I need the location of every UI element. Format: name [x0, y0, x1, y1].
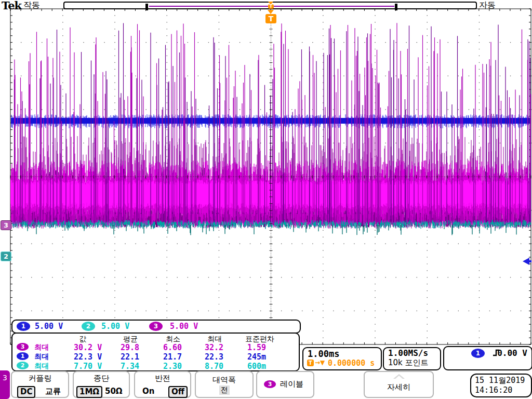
- measurement-mean: 22.1: [121, 352, 139, 362]
- measurement-name: 최대: [34, 343, 49, 352]
- measurement-row-ch2: 2 최대 7.70 V 7.34 2.30 8.70 600m: [12, 362, 299, 371]
- measurement-value: 30.2 V: [74, 343, 102, 352]
- measurement-value: 7.70 V: [74, 362, 102, 371]
- time-value: 14:16:20: [475, 385, 512, 395]
- menu-coupling-title: 커플링: [12, 374, 68, 383]
- measurement-panel: 값 평균 최소 최대 표준편차 3 최대 30.2 V 29.8 6.60 32…: [11, 332, 300, 371]
- measurement-min: 2.30: [163, 362, 182, 371]
- channel-1-scale: 5.00 V: [35, 322, 63, 331]
- channel-2-scale: 5.00 V: [101, 322, 129, 331]
- menu-bandwidth-title: 대역폭: [196, 375, 252, 385]
- measurement-name: 최대: [34, 352, 49, 362]
- channel-2-position-marker[interactable]: 2: [1, 251, 11, 261]
- channel-3-badge: 3: [264, 380, 276, 388]
- trigger-position-badge-small: T: [268, 4, 274, 9]
- invert-on-button[interactable]: On: [141, 386, 155, 397]
- measurement-name: 최대: [34, 362, 49, 371]
- channel-1-badge: 1: [17, 352, 29, 360]
- measurement-max: 8.70: [205, 362, 223, 371]
- channel-1-badge: 1: [17, 322, 30, 331]
- measurement-value: 22.3 V: [74, 352, 102, 362]
- bandwidth-value: 전: [219, 385, 230, 395]
- menu-termination[interactable]: 종단 1MΩ 50Ω: [73, 371, 130, 398]
- channel-2-badge: 2: [82, 322, 95, 331]
- termination-50-button[interactable]: 50Ω: [104, 386, 124, 397]
- window-bracket-right: [395, 4, 397, 10]
- date-value: 15 11월2019: [475, 376, 525, 385]
- trigger-readout: 1 0.00 V: [443, 346, 532, 370]
- measurement-min: 6.60: [163, 343, 182, 352]
- channel-scale-bar: 1 5.00 V 2 5.00 V 3 5.00 V: [11, 320, 301, 334]
- coupling-dc-button[interactable]: DC: [17, 386, 35, 398]
- trigger-position-arrows-icon: →▼: [315, 359, 325, 366]
- menu-more[interactable]: 자세히: [364, 371, 434, 398]
- trigger-level: 0.00 V: [497, 348, 527, 358]
- menu-coupling[interactable]: 커플링 DC 교류: [11, 371, 69, 398]
- menu-bandwidth[interactable]: 대역폭 전: [195, 371, 254, 398]
- menu-channel-tab[interactable]: 3: [0, 370, 10, 399]
- record-length: 10k 포인트: [388, 358, 429, 368]
- menu-invert[interactable]: 반전 On Off: [134, 371, 191, 398]
- trigger-level-arrow-tail: [529, 260, 531, 262]
- menu-more-title: 자세히: [365, 382, 433, 392]
- measurement-row-ch3: 3 최대 30.2 V 29.8 6.60 32.2 1.59: [12, 343, 299, 352]
- collapse-caret-icon: [393, 374, 405, 379]
- timebase-scale: 1.00ms: [308, 349, 339, 359]
- menu-termination-title: 종단: [74, 374, 129, 383]
- window-bracket-left: [145, 4, 148, 10]
- termination-1m-button[interactable]: 1MΩ: [76, 386, 102, 398]
- oscilloscope-screen: Tek 작동 자동 T T 3 2 1 5.00 V 2 5.00 V 3 5.…: [0, 0, 532, 399]
- channel-2-badge: 2: [17, 362, 29, 369]
- menu-label-title: 레이블: [280, 379, 303, 389]
- measurement-std: 245m: [247, 352, 266, 362]
- timebase-readout: 1.00ms T →▼ 0.000000 s: [302, 347, 382, 370]
- measurement-row-ch1: 1 최대 22.3 V 22.1 21.7 22.3 245m: [12, 352, 299, 362]
- menu-label[interactable]: 3 레이블: [256, 371, 314, 398]
- acquisition-status: 작동: [23, 0, 40, 11]
- acquisition-readout: 1.00MS/s 10k 포인트: [383, 347, 441, 370]
- measurement-min: 21.7: [163, 352, 182, 362]
- trigger-position-badge: T: [265, 14, 276, 23]
- channel-3-scale: 5.00 V: [170, 322, 198, 331]
- channel-3-badge: 3: [17, 343, 29, 351]
- tek-logo: Tek: [2, 0, 21, 12]
- trigger-t-icon: T: [307, 360, 314, 366]
- measurement-std: 600m: [247, 362, 266, 371]
- measurement-std: 1.59: [247, 343, 266, 352]
- measurement-max: 32.2: [205, 343, 223, 352]
- trigger-source-badge: 1: [471, 349, 485, 358]
- trigger-mode-status: 자동: [479, 0, 496, 11]
- measurement-mean: 29.8: [121, 343, 139, 352]
- menu-invert-title: 반전: [135, 374, 190, 383]
- trigger-position-value: 0.000000 s: [328, 358, 375, 368]
- channel-3-position-marker[interactable]: 3: [1, 220, 11, 230]
- channel-3-badge: 3: [149, 322, 163, 331]
- datetime-readout: 15 11월2019 14:16:20: [470, 374, 532, 397]
- coupling-ac-button[interactable]: 교류: [44, 386, 62, 397]
- sample-rate: 1.00MS/s: [388, 348, 428, 358]
- measurement-mean: 7.34: [121, 362, 139, 371]
- invert-off-button[interactable]: Off: [168, 386, 188, 398]
- measurement-max: 22.3: [205, 352, 223, 362]
- trigger-position-arrow-icon: [268, 10, 274, 14]
